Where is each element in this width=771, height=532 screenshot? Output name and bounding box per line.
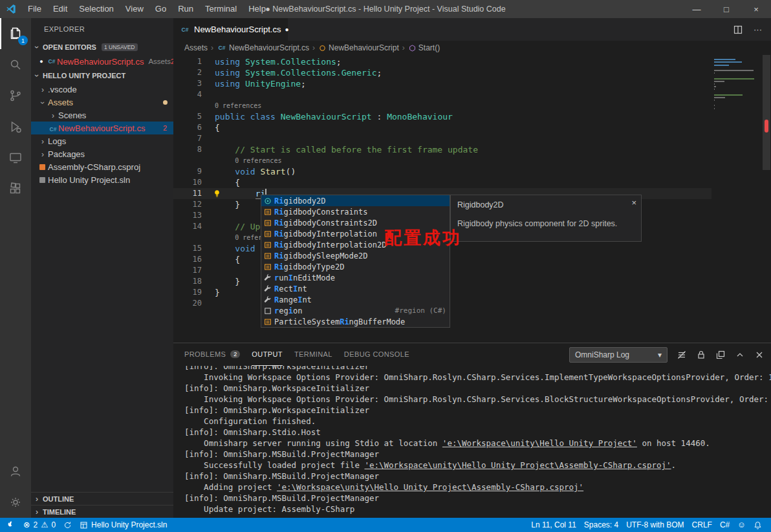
outline-section-header[interactable]: › OUTLINE xyxy=(31,492,173,505)
breadcrumb-item[interactable]: C#NewBehaviourScript.cs xyxy=(217,43,309,52)
language-mode[interactable]: C# xyxy=(716,518,733,532)
tab-label: NewBehaviourScript.cs xyxy=(194,25,281,34)
menu-view[interactable]: View xyxy=(120,0,149,18)
close-panel-icon[interactable] xyxy=(754,350,765,360)
modified-dot-icon: ● xyxy=(36,58,47,65)
menu-selection[interactable]: Selection xyxy=(73,0,119,18)
source-control-activity-item[interactable] xyxy=(0,80,31,111)
maximize-panel-icon[interactable] xyxy=(735,350,745,360)
explorer-activity-item[interactable]: 1 xyxy=(0,18,31,49)
codelens-references[interactable]: 0 references xyxy=(215,155,281,166)
accounts-activity-item[interactable] xyxy=(0,456,31,487)
panel-tab-output[interactable]: OUTPUT xyxy=(252,343,283,366)
suggest-item[interactable]: Rigidbody2D xyxy=(261,195,450,206)
breadcrumb-item[interactable]: Start() xyxy=(408,43,440,52)
open-in-editor-icon[interactable] xyxy=(715,350,726,360)
feedback-status[interactable]: ☺ xyxy=(733,518,750,532)
tree-item-.vscode[interactable]: ›.vscode xyxy=(31,83,173,96)
menu-terminal[interactable]: Terminal xyxy=(199,0,243,18)
lightbulb-icon[interactable] xyxy=(213,189,221,198)
wrench-symbol-icon xyxy=(263,273,272,282)
panel-tab-problems[interactable]: PROBLEMS2 xyxy=(184,343,240,366)
open-editors-header[interactable]: › OPEN EDITORS 1 UNSAVED xyxy=(31,40,173,54)
suggest-item[interactable]: region#region (C#) xyxy=(261,305,450,316)
tree-item-logs[interactable]: ›Logs xyxy=(31,134,173,147)
menu-go[interactable]: Go xyxy=(149,0,172,18)
minimap[interactable] xyxy=(714,58,761,113)
minimize-button[interactable]: — xyxy=(682,0,711,18)
output-channel-select[interactable]: OmniSharp Log ▾ xyxy=(569,347,668,363)
clear-output-icon[interactable] xyxy=(677,350,687,360)
indentation-status[interactable]: Spaces: 4 xyxy=(580,518,622,532)
suggest-item[interactable]: ParticleSystemRingBufferMode xyxy=(261,316,450,327)
settings-activity-item[interactable] xyxy=(0,487,31,518)
more-actions-icon[interactable]: ··· xyxy=(754,25,762,34)
close-icon[interactable]: × xyxy=(631,198,636,207)
menu-run[interactable]: Run xyxy=(172,0,199,18)
suggest-item[interactable]: RectInt xyxy=(261,283,450,294)
remote-explorer-activity-item[interactable] xyxy=(0,142,31,173)
sync-status[interactable] xyxy=(60,518,76,532)
tree-item-packages[interactable]: ›Packages xyxy=(31,147,173,160)
search-activity-item[interactable] xyxy=(0,49,31,80)
menubar: FileEditSelectionViewGoRunTerminalHelp xyxy=(22,0,272,18)
cursor-position[interactable]: Ln 11, Col 11 xyxy=(527,518,580,532)
suggest-item[interactable]: RigidbodySleepMode2D xyxy=(261,250,450,261)
file-path-link[interactable]: 'e:\Workspace\unity\Hello Unity Project' xyxy=(442,438,637,448)
tree-item-assembly-csharp.csproj[interactable]: Assembly-CSharp.csproj xyxy=(31,160,173,173)
line-number: 6 xyxy=(173,122,202,133)
line-number: 9 xyxy=(173,166,202,177)
tree-item-assets[interactable]: ›Assets xyxy=(31,96,173,109)
settings-gear-icon xyxy=(8,495,23,510)
omnisharp-status[interactable] xyxy=(3,518,19,532)
run-debug-activity-item[interactable] xyxy=(0,111,31,142)
file-path-link[interactable]: 'e:\Workspace\unity\Hello Unity Project\… xyxy=(277,482,583,492)
notifications-status[interactable] xyxy=(750,518,766,532)
project-selector[interactable]: Hello Unity Project.sln xyxy=(76,518,171,532)
line-number: 8 xyxy=(173,144,202,155)
maximize-button[interactable]: □ xyxy=(711,0,741,18)
output-panel[interactable]: [info]: OmniSharp.WorkspaceInitializer I… xyxy=(173,366,771,518)
lock-scroll-icon[interactable] xyxy=(696,350,706,360)
project-section-header[interactable]: › HELLO UNITY PROJECT xyxy=(31,69,173,83)
suggest-item[interactable]: RigidbodyType2D xyxy=(261,261,450,272)
open-editor-item[interactable]: ● C# NewBehaviourScript.cs Assets 2 xyxy=(31,54,173,69)
line-number: 12 xyxy=(173,199,202,210)
tree-item-hello unity project.sln[interactable]: Hello Unity Project.sln xyxy=(31,173,173,186)
editor-scrollbar[interactable] xyxy=(762,55,771,343)
suggest-item[interactable]: RigidbodyConstraints xyxy=(261,206,450,217)
tab-newbehaviourscript[interactable]: C# NewBehaviourScript.cs ● xyxy=(173,18,288,41)
vscode-logo-icon xyxy=(0,4,22,14)
errors-icon: ⊗ xyxy=(23,521,30,529)
suggest-item[interactable]: runInEditMode xyxy=(261,272,450,283)
close-button[interactable]: × xyxy=(741,0,771,18)
tree-item-label: Assets xyxy=(48,98,73,107)
eol-status[interactable]: CRLF xyxy=(688,518,716,532)
extensions-activity-item[interactable] xyxy=(0,173,31,204)
file-path-link[interactable]: 'e:\Workspace\unity\Hello Unity Project\… xyxy=(364,460,671,470)
enum-symbol-icon xyxy=(263,229,272,239)
suggest-item[interactable]: RangeInt xyxy=(261,294,450,305)
tree-item-label: Hello Unity Project.sln xyxy=(48,175,130,185)
split-editor-icon[interactable] xyxy=(733,25,743,35)
problems-status[interactable]: ⊗ 2 ⚠ 0 xyxy=(19,518,60,532)
timeline-section-header[interactable]: › TIMELINE xyxy=(31,505,173,518)
encoding-status[interactable]: UTF-8 with BOM xyxy=(622,518,688,532)
codelens-references[interactable]: 0 references xyxy=(215,100,261,111)
scrollbar-thumb[interactable] xyxy=(763,55,770,170)
tree-item-scenes[interactable]: ›Scenes xyxy=(31,109,173,122)
menu-file[interactable]: File xyxy=(22,0,47,18)
line-number: 14 xyxy=(173,221,202,232)
line-number: 17 xyxy=(173,265,202,276)
panel-tab-terminal[interactable]: TERMINAL xyxy=(294,343,332,366)
status-bar: ⊗ 2 ⚠ 0 Hello Unity Project.sln Ln 11, C… xyxy=(0,518,771,532)
panel-tabs: PROBLEMS2OUTPUTTERMINALDEBUG CONSOLE xyxy=(184,343,421,366)
file-tree: ›.vscode›Assets›ScenesC#NewBehaviourScri… xyxy=(31,83,173,186)
panel-tab-debug-console[interactable]: DEBUG CONSOLE xyxy=(344,343,409,366)
line-number: 1 xyxy=(173,56,202,67)
menu-edit[interactable]: Edit xyxy=(47,0,73,18)
breadcrumb-item[interactable]: NewBehaviourScript xyxy=(318,43,399,52)
tree-item-newbehaviourscript.cs[interactable]: C#NewBehaviourScript.cs2 xyxy=(31,122,173,134)
codelens-row: 0 references xyxy=(173,100,711,111)
breadcrumb-item[interactable]: Assets xyxy=(184,43,208,52)
